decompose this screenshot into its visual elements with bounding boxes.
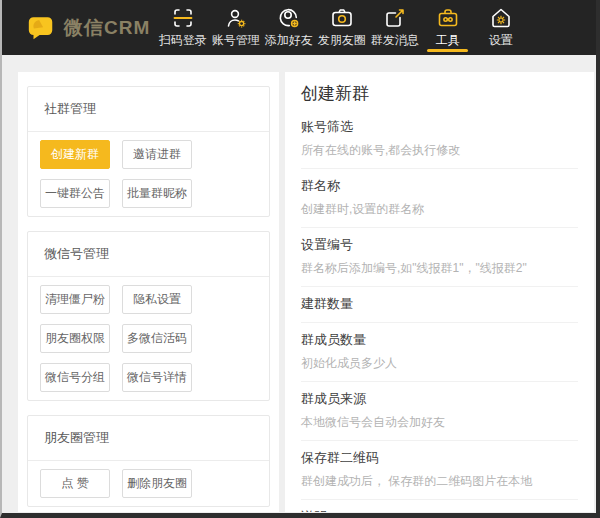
section-desc: 本地微信号会自动会加好友 bbox=[301, 414, 578, 431]
section-label: 保存群二维码 bbox=[301, 449, 578, 467]
form-section: 群名称 创建群时,设置的群名称 bbox=[301, 169, 578, 228]
camera-icon bbox=[330, 6, 354, 30]
sidebar-button[interactable]: 隐私设置 bbox=[122, 285, 192, 314]
section-label: 群成员来源 bbox=[301, 390, 578, 408]
form-section: 建群数量 bbox=[301, 287, 578, 323]
brand: 微信CRM bbox=[26, 13, 150, 43]
form-section: 说明 单微信号每天建群数量有限,所以最终建群数量可能达不到设置数量 bbox=[301, 500, 578, 512]
sidebar-button[interactable]: 删除朋友圈 bbox=[122, 469, 192, 498]
user-plus-icon bbox=[277, 6, 301, 30]
form-sections: 账号筛选 所有在线的账号,都会执行修改 群名称 创建群时,设置的群名称 设置编号… bbox=[301, 110, 578, 512]
main-panel: 创建新群 账号筛选 所有在线的账号,都会执行修改 群名称 创建群时,设置的群名称… bbox=[285, 72, 594, 512]
sidebar-button[interactable]: 邀请进群 bbox=[122, 140, 192, 169]
sidebar-section-body: 点 赞删除朋友圈 bbox=[28, 461, 269, 506]
sidebar-button[interactable]: 微信号分组 bbox=[40, 363, 110, 392]
sidebar-button[interactable]: 创建新群 bbox=[40, 140, 110, 169]
topbar: 微信CRM 扫码登录 账号管理 添加好友 发朋友圈 群发消息 工具 设置 bbox=[2, 0, 596, 55]
sidebar-button[interactable]: 微信号详情 bbox=[122, 363, 192, 392]
message-send-icon bbox=[383, 6, 407, 30]
active-underline bbox=[427, 49, 468, 52]
nav-label: 发朋友圈 bbox=[318, 32, 366, 49]
nav-item-post-moments[interactable]: 发朋友圈 bbox=[315, 0, 368, 55]
section-label: 群成员数量 bbox=[301, 331, 578, 349]
section-desc: 群名称后添加编号,如"线报群1"，"线报群2" bbox=[301, 260, 578, 277]
section-label: 设置编号 bbox=[301, 236, 578, 254]
sidebar-section-body: 创建新群邀请进群一键群公告批量群昵称 bbox=[28, 132, 269, 216]
main-nav: 扫码登录 账号管理 添加好友 发朋友圈 群发消息 工具 设置 bbox=[156, 0, 527, 55]
toolbox-icon bbox=[436, 6, 460, 30]
section-label: 群名称 bbox=[301, 177, 578, 195]
sidebar-button[interactable]: 多微信活码 bbox=[122, 324, 192, 353]
nav-item-settings[interactable]: 设置 bbox=[474, 0, 527, 55]
section-label: 说明 bbox=[301, 508, 578, 512]
sidebar-button[interactable]: 清理僵尸粉 bbox=[40, 285, 110, 314]
nav-label: 扫码登录 bbox=[159, 32, 207, 49]
form-section: 账号筛选 所有在线的账号,都会执行修改 bbox=[301, 110, 578, 169]
sidebar-button[interactable]: 点 赞 bbox=[40, 469, 110, 498]
section-desc: 所有在线的账号,都会执行修改 bbox=[301, 142, 578, 159]
nav-label: 设置 bbox=[489, 32, 513, 49]
app-window: 微信CRM 扫码登录 账号管理 添加好友 发朋友圈 群发消息 工具 设置 社群管… bbox=[0, 0, 600, 518]
sidebar-section-body: 清理僵尸粉隐私设置朋友圈权限多微信活码微信号分组微信号详情 bbox=[28, 277, 269, 400]
sidebar-button[interactable]: 一键群公告 bbox=[40, 179, 110, 208]
form-section: 群成员数量 初始化成员多少人 bbox=[301, 323, 578, 382]
form-section: 群成员来源 本地微信号会自动会加好友 bbox=[301, 382, 578, 441]
form-section: 保存群二维码 群创建成功后， 保存群的二维码图片在本地 bbox=[301, 441, 578, 500]
sidebar-section: 微信号管理 清理僵尸粉隐私设置朋友圈权限多微信活码微信号分组微信号详情 bbox=[27, 231, 270, 401]
nav-label: 账号管理 bbox=[212, 32, 260, 49]
nav-label: 工具 bbox=[436, 32, 460, 49]
nav-label: 添加好友 bbox=[265, 32, 313, 49]
qr-scan-icon bbox=[171, 6, 195, 30]
section-desc: 群创建成功后， 保存群的二维码图片在本地 bbox=[301, 473, 578, 490]
sidebar-section-title: 微信号管理 bbox=[28, 232, 269, 277]
nav-label: 群发消息 bbox=[371, 32, 419, 49]
sidebar-section-title: 社群管理 bbox=[28, 87, 269, 132]
sidebar-button[interactable]: 朋友圈权限 bbox=[40, 324, 110, 353]
sidebar: 社群管理 创建新群邀请进群一键群公告批量群昵称 微信号管理 清理僵尸粉隐私设置朋… bbox=[18, 72, 279, 512]
sidebar-section: 社群管理 创建新群邀请进群一键群公告批量群昵称 bbox=[27, 86, 270, 217]
form-section: 设置编号 群名称后添加编号,如"线报群1"，"线报群2" bbox=[301, 228, 578, 287]
chat-bubble-logo-icon bbox=[26, 13, 56, 43]
home-gear-icon bbox=[489, 6, 513, 30]
section-label: 账号筛选 bbox=[301, 118, 578, 136]
user-gear-icon bbox=[224, 6, 248, 30]
nav-item-add-friend[interactable]: 添加好友 bbox=[262, 0, 315, 55]
brand-name: 微信CRM bbox=[64, 15, 150, 41]
sidebar-button[interactable]: 批量群昵称 bbox=[122, 179, 192, 208]
section-desc: 创建群时,设置的群名称 bbox=[301, 201, 578, 218]
sidebar-section: 朋友圈管理 点 赞删除朋友圈 bbox=[27, 415, 270, 507]
nav-item-account-manage[interactable]: 账号管理 bbox=[209, 0, 262, 55]
nav-item-scan-login[interactable]: 扫码登录 bbox=[156, 0, 209, 55]
page-title: 创建新群 bbox=[301, 84, 578, 104]
section-label: 建群数量 bbox=[301, 295, 578, 313]
nav-item-mass-message[interactable]: 群发消息 bbox=[368, 0, 421, 55]
nav-item-tools[interactable]: 工具 bbox=[421, 0, 474, 55]
sidebar-section-title: 朋友圈管理 bbox=[28, 416, 269, 461]
content-area: 社群管理 创建新群邀请进群一键群公告批量群昵称 微信号管理 清理僵尸粉隐私设置朋… bbox=[2, 55, 596, 518]
section-desc: 初始化成员多少人 bbox=[301, 355, 578, 372]
